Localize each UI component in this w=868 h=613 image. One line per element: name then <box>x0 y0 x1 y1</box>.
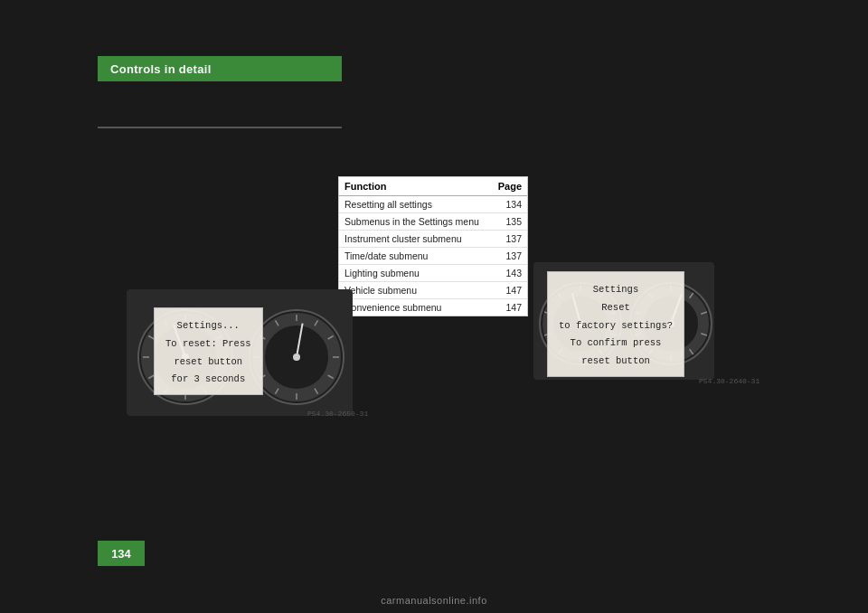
table-row: Resetting all settings 134 <box>339 196 527 213</box>
cell-function: Lighting submenu <box>344 268 490 278</box>
cell-function: Vehicle submenu <box>344 285 490 296</box>
cell-function: Convenience submenu <box>344 302 490 313</box>
function-table: Function Page Resetting all settings 134… <box>338 176 528 316</box>
cell-page: 147 <box>490 285 522 296</box>
cell-page: 134 <box>490 199 522 210</box>
cell-page: 137 <box>490 250 522 261</box>
table-row: Convenience submenu 147 <box>339 299 527 316</box>
table-row: Vehicle submenu 147 <box>339 282 527 299</box>
cell-page: 143 <box>490 268 522 278</box>
cell-function: Submenus in the Settings menu <box>344 216 490 227</box>
page-number: 134 <box>111 547 131 561</box>
header-title: Controls in detail <box>110 62 212 76</box>
table-row: Lighting submenu 143 <box>339 265 527 282</box>
svg-point-32 <box>293 354 300 361</box>
cell-page: 135 <box>490 216 522 227</box>
cell-function: Time/date submenu <box>344 250 490 261</box>
table-row: Time/date submenu 137 <box>339 248 527 265</box>
cluster-overlay-left: Settings... To reset: Press reset button… <box>154 307 263 395</box>
part-number-left: P54.30-2650-31 <box>307 410 368 418</box>
cell-page: 147 <box>490 302 522 313</box>
part-number-right: P54.30-2640-31 <box>699 377 760 385</box>
cluster-left-text: Settings... To reset: Press reset button… <box>165 320 251 384</box>
cell-page: 137 <box>490 233 522 244</box>
cell-function: Instrument cluster submenu <box>344 233 490 244</box>
table-header-row: Function Page <box>339 177 527 196</box>
cluster-overlay-right: Settings Reset to factory settings? To c… <box>547 271 684 377</box>
col-header-function: Function <box>344 181 490 192</box>
col-header-page: Page <box>490 181 522 192</box>
page-badge: 134 <box>98 541 145 566</box>
cluster-right-text: Settings Reset to factory settings? To c… <box>559 284 673 366</box>
table-row: Instrument cluster submenu 137 <box>339 231 527 248</box>
table-body: Resetting all settings 134 Submenus in t… <box>339 196 527 316</box>
table-row: Submenus in the Settings menu 135 <box>339 213 527 231</box>
cell-function: Resetting all settings <box>344 199 490 210</box>
divider-line <box>98 127 342 128</box>
header-bar: Controls in detail <box>98 56 342 81</box>
watermark: carmanualsonline.info <box>0 595 868 606</box>
